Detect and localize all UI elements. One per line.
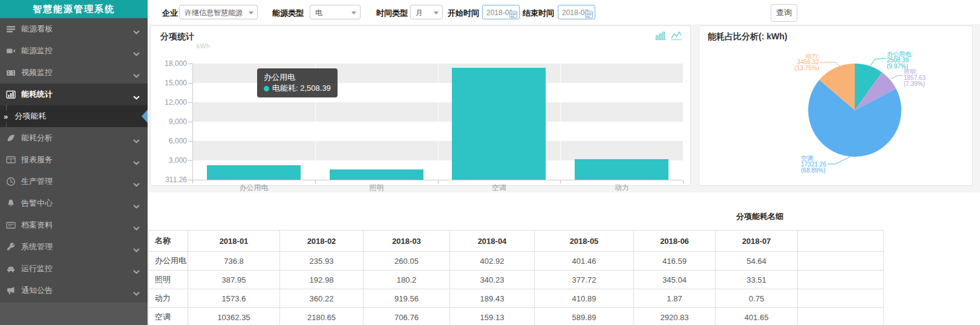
- time-type-select-value: 月: [416, 8, 423, 17]
- chevron-down-icon: [133, 71, 140, 80]
- pie-label-line-1: [891, 76, 903, 79]
- y-axis-line: [192, 64, 193, 180]
- y-axis-tick: [188, 102, 192, 103]
- table-cell: 10362.35: [188, 308, 280, 325]
- chevron-down-icon: [133, 223, 140, 232]
- table-cell: 33.51: [716, 271, 798, 289]
- series-dot-icon: [264, 86, 269, 91]
- table-cell: 410.89: [535, 289, 634, 308]
- sidebar-item-9[interactable]: 系统管理: [0, 236, 148, 258]
- y-axis-tick: [188, 122, 192, 122]
- detail-table: 名称2018-012018-022018-032018-042018-05201…: [148, 230, 973, 325]
- table-cell-empty: [798, 252, 884, 271]
- bar-chart-panel: 分项统计 kWh 办公用电 电能耗: 2,508.39 311.263,0006…: [150, 25, 691, 186]
- sidebar-item-label: 视频监控: [21, 67, 53, 78]
- chevron-down-icon: [133, 93, 140, 102]
- calendar-icon[interactable]: [585, 8, 593, 23]
- sidebar-item-11[interactable]: 通知公告: [0, 280, 148, 301]
- y-axis-tick-label: 18,000: [151, 59, 187, 68]
- sidebar-item-label: 能耗分析: [21, 133, 53, 143]
- y-axis-tick-label: 12,000: [151, 98, 187, 107]
- dashboard-icon: [6, 24, 16, 34]
- toolbox-line-icon[interactable]: [671, 31, 682, 43]
- table-header-cell-empty: [798, 231, 884, 252]
- bar-column-2[interactable]: [452, 68, 546, 180]
- table-cell: 377.72: [535, 271, 634, 289]
- table-header-cell: 2018-07: [716, 231, 798, 252]
- start-time-input[interactable]: 2018-01: [482, 5, 520, 19]
- chevron-down-icon: [133, 289, 140, 298]
- table-cell: 0.75: [716, 289, 798, 308]
- sidebar-item-5[interactable]: 报表服务: [0, 149, 148, 171]
- sidebar-item-label: 报表服务: [21, 154, 53, 165]
- y-axis-tick: [188, 83, 192, 84]
- table-cell-empty: [798, 308, 884, 325]
- y-axis-tick-label: 9,000: [151, 117, 187, 126]
- table-cell: 1573.6: [188, 289, 280, 308]
- energy-type-label: 能源类型: [272, 8, 304, 19]
- table-cell: 360.22: [280, 289, 364, 308]
- bar-column-1[interactable]: [330, 169, 423, 180]
- selected-marker: [142, 110, 148, 123]
- table-row: 办公用电736.8235.93260.05402.92401.46416.595…: [149, 252, 973, 271]
- table-cell-name: 动力: [149, 289, 188, 308]
- pie-chart-panel: 能耗占比分析(: kWh) 办公用电:2508.39(9.97%)照明:1857…: [699, 25, 973, 186]
- sidebar-item-label: 档案资料: [21, 220, 53, 231]
- clock-icon: [6, 177, 16, 186]
- bar-panel-title: 分项统计: [160, 31, 194, 42]
- report-icon: [6, 155, 16, 165]
- query-button[interactable]: 查询: [771, 4, 797, 22]
- table-cell: 401.46: [535, 252, 634, 271]
- archive-icon: [6, 220, 16, 230]
- table-cell: 1.87: [634, 289, 716, 308]
- sidebar-item-label: 运行监控: [21, 263, 53, 274]
- enterprise-select[interactable]: 许继信息智慧能源: [179, 5, 258, 19]
- sidebar-item-10[interactable]: 运行监控: [0, 258, 148, 280]
- table-row: 照明387.95192.98180.2340.23377.72345.0433.…: [149, 271, 973, 289]
- x-axis-category-label: 办公用电: [192, 183, 315, 193]
- pie-slice-label-1: 照明:1857.63(7.39%): [904, 69, 958, 87]
- calendar-icon[interactable]: [509, 8, 517, 23]
- x-axis-category-label: 动力: [560, 183, 683, 193]
- app-title: 智慧能源管理系统: [0, 0, 148, 18]
- sidebar-item-7[interactable]: 告警中心: [0, 192, 148, 214]
- wrench-icon: [6, 242, 16, 252]
- bar-column-3[interactable]: [575, 159, 668, 180]
- table-cell-empty: [798, 289, 884, 308]
- table-cell: 54.64: [716, 252, 798, 271]
- sidebar-item-label: 能耗统计: [21, 89, 53, 100]
- table-cell: 919.56: [364, 289, 450, 308]
- sidebar-footer: [0, 303, 148, 325]
- sidebar-item-4[interactable]: 能耗分析: [0, 127, 148, 149]
- table-cell: 589.89: [535, 308, 634, 325]
- sidebar-item-1[interactable]: 能源监控: [0, 40, 148, 62]
- chevron-down-icon: [249, 11, 253, 15]
- y-axis-tick: [188, 141, 192, 142]
- table-cell-empty: [798, 271, 884, 289]
- sidebar-item-2[interactable]: 视频监控: [0, 62, 148, 84]
- car-icon: [6, 264, 16, 274]
- time-type-select[interactable]: 月: [410, 5, 443, 19]
- table-cell: 192.98: [280, 271, 364, 289]
- energy-type-select[interactable]: 电: [310, 5, 361, 19]
- toolbar: 企业 许继信息智慧能源 能源类型 电 时间类型 月 开始时间 2018-01 结…: [148, 0, 980, 25]
- y-axis-tick: [188, 180, 192, 180]
- chevron-down-icon: [351, 11, 356, 15]
- table-cell-name: 照明: [149, 271, 188, 289]
- sidebar-item-label: 通知公告: [21, 285, 53, 296]
- bar-column-0[interactable]: [207, 165, 301, 180]
- sidebar-item-8[interactable]: 档案资料: [0, 214, 148, 236]
- y-axis-tick-label: 3,000: [151, 156, 187, 165]
- table-header-row: 名称2018-012018-022018-032018-042018-05201…: [149, 231, 973, 252]
- table-row: 动力1573.6360.22919.56189.43410.891.870.75: [149, 289, 973, 308]
- table-cell: 402.92: [450, 252, 535, 271]
- toolbox-bar-icon[interactable]: [655, 31, 666, 43]
- chevron-down-icon: [434, 11, 439, 15]
- sidebar-subitem-分项能耗[interactable]: »分项能耗: [0, 105, 148, 127]
- sidebar-item-0[interactable]: 能源看板: [0, 18, 148, 40]
- table-cell: 159.13: [450, 308, 535, 325]
- sidebar-item-6[interactable]: 生产管理: [0, 171, 148, 192]
- sidebar-item-3[interactable]: 能耗统计: [0, 84, 148, 105]
- chevron-down-icon: [133, 49, 140, 58]
- end-time-input[interactable]: 2018-07: [558, 5, 595, 19]
